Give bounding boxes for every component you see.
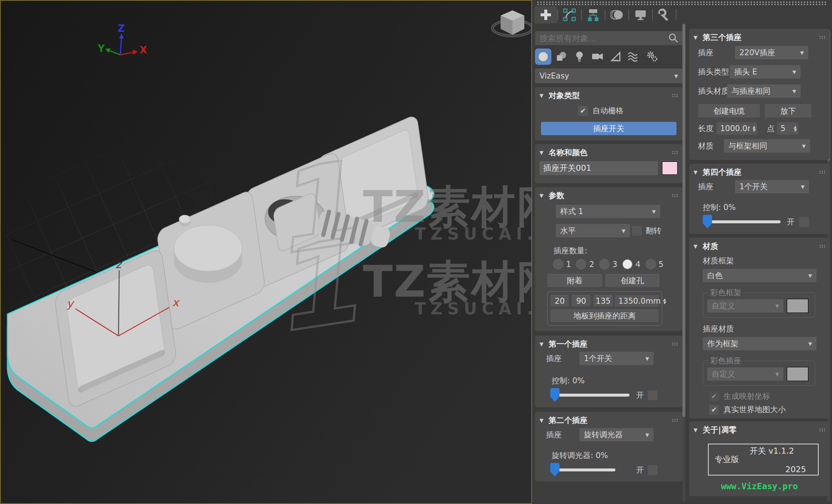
tab-modify[interactable] [558,6,581,23]
radio-count-3[interactable] [599,259,610,270]
socket1-on-checkbox[interactable]: ✔ [648,390,658,400]
frame-material-dropdown[interactable]: 白色 ▼ [703,269,816,282]
plug-mat-dropdown[interactable]: 与插座相同 ▼ [727,84,801,98]
socket2-type-dropdown[interactable]: 旋转调光器 ▼ [579,428,654,441]
rollout-header[interactable]: ▼ 第一个插座 [535,336,682,350]
rollout-header[interactable]: ▼ 名称和颜色 [535,144,682,159]
color-socket-swatch[interactable] [786,367,809,381]
slider-track[interactable] [558,394,629,397]
autogrid-checkbox[interactable]: ✔ [578,106,588,116]
radio-count-5[interactable] [645,259,656,270]
rollout-header[interactable]: ▼ 第二个插座 [535,412,682,427]
plugin-category-dropdown[interactable]: VizEasy ▼ [535,69,682,83]
floor-distance-button[interactable]: 地板到插座的距离 [550,310,659,322]
tab-motion[interactable] [605,6,628,23]
rollout-header[interactable]: ▼ 第三个插座 [689,29,830,44]
rollout-about: ▼ 关于|凋零 开关 v1.1.2 专业版 2025 www.VizEasy.p… [689,421,830,496]
world-y-label: Y [97,43,105,54]
spinner-arrows-icon[interactable]: ▲▼ [661,298,666,304]
attach-button[interactable]: 附着 [547,274,602,287]
tab-create[interactable] [534,6,557,23]
rollout-header[interactable]: ▼ 对象类型 [535,87,682,102]
spinner-arrows-icon[interactable]: ▲▼ [750,125,755,132]
rollout-grip-icon[interactable] [819,170,825,174]
world-axis-tripod: Z X Y [97,23,147,56]
color-frame-swatch[interactable] [786,298,809,313]
category-spacewarps[interactable] [626,49,642,65]
socket1-control-slider[interactable] [550,388,629,402]
rollout-header[interactable]: ▼ 材质 [689,238,830,253]
object-color-swatch[interactable] [662,161,678,175]
create-cable-button[interactable]: 创建电缆 [698,104,760,118]
viewport-3d[interactable]: z x y Z X Y 1 1 TZ素材网 TZSUCAI.COM TZ素材网 [0,0,532,504]
category-lights[interactable] [571,49,588,65]
slider-handle[interactable] [703,215,712,228]
category-helpers[interactable] [608,49,624,65]
slider-handle[interactable] [550,463,559,477]
category-geometry[interactable] [535,49,551,65]
rollout-grip-icon[interactable] [819,36,825,40]
search-field[interactable] [535,31,682,45]
rollout-header[interactable]: ▼ 关于|凋零 [689,421,830,436]
panel-drag-handle[interactable] [537,1,828,5]
radio-count-1[interactable] [553,259,564,270]
create-socket-switch-button[interactable]: 插座开关 [541,122,676,135]
category-shapes[interactable] [553,49,569,65]
rollout-grip-icon[interactable] [672,418,678,423]
tab-utilities[interactable] [653,6,676,23]
search-input[interactable] [539,33,668,43]
rollout-grip-icon[interactable] [819,244,825,248]
socket4-on-checkbox[interactable]: ✔ [799,217,809,227]
rollout-grip-icon[interactable] [672,94,678,98]
height-spinner[interactable]: 1350.0mm ▲▼ [615,295,659,307]
socket-count-label: 插座数量: [554,246,682,256]
category-cameras[interactable] [589,49,606,65]
put-down-button[interactable]: 放下 [765,104,812,118]
style-dropdown[interactable]: 样式 1 ▼ [556,205,660,218]
preset-135-button[interactable]: 135 [593,295,613,307]
color-socket-dropdown[interactable]: 自定义 ▼ [707,367,783,381]
flip-checkbox[interactable]: ✔ [632,226,642,236]
points-spinner[interactable]: 5 ▲▼ [777,122,798,135]
socket3-type-dropdown[interactable]: 220V插座 ▼ [735,46,808,59]
radio-count-4[interactable] [622,259,633,270]
slider-track[interactable] [711,220,781,223]
real-world-label: 真实世界地图大小 [724,404,786,415]
rollout-grip-icon[interactable] [672,342,678,346]
orientation-dropdown[interactable]: 水平 ▼ [556,224,630,237]
length-spinner[interactable]: 1000.0m ▲▼ [716,122,757,135]
socket4-type-dropdown[interactable]: 1个开关 ▼ [735,180,809,193]
socket1-type-dropdown[interactable]: 1个开关 ▼ [579,352,654,365]
chevron-down-icon: ▼ [539,417,544,423]
preset-90-button[interactable]: 90 [571,295,591,307]
plug-type-dropdown[interactable]: 插头 E ▼ [730,65,801,79]
spinner-arrows-icon[interactable]: ▲▼ [791,125,796,132]
socket4-control-slider[interactable] [703,215,781,229]
slider-handle[interactable] [550,388,559,402]
rollout-header[interactable]: ▼ 参数 [535,187,682,202]
search-icon [668,33,679,43]
rollout-grip-icon[interactable] [672,151,678,155]
tab-display[interactable] [629,6,652,23]
cable-material-dropdown[interactable]: 与框架相同 ▼ [724,139,810,153]
slider-track[interactable] [558,468,615,471]
category-systems[interactable] [644,49,660,65]
tab-hierarchy[interactable] [582,6,605,23]
column1-scrollbar[interactable] [682,24,685,501]
radio-count-2[interactable] [576,259,587,270]
vizeasy-link[interactable]: www.VizEasy.pro [721,481,798,491]
rollout-header[interactable]: ▼ 第四个插座 [689,164,830,178]
rollout-grip-icon[interactable] [819,428,825,432]
rollout-grip-icon[interactable] [672,194,678,198]
socket2-control-slider[interactable] [550,463,615,477]
real-world-checkbox[interactable]: ✔ [709,405,719,415]
viewcube[interactable] [492,10,532,36]
socket2-on-checkbox[interactable]: ✔ [648,465,658,475]
create-hole-button[interactable]: 创建孔 [605,274,660,287]
gen-mapping-checkbox[interactable]: ✔ [709,391,719,401]
column1-scrollbar-thumb[interactable] [682,24,685,417]
preset-20-button[interactable]: 20 [550,295,569,307]
color-frame-dropdown[interactable]: 自定义 ▼ [707,299,783,313]
object-name-input[interactable] [539,161,658,175]
socket-material-dropdown[interactable]: 作为框架 ▼ [703,337,816,350]
